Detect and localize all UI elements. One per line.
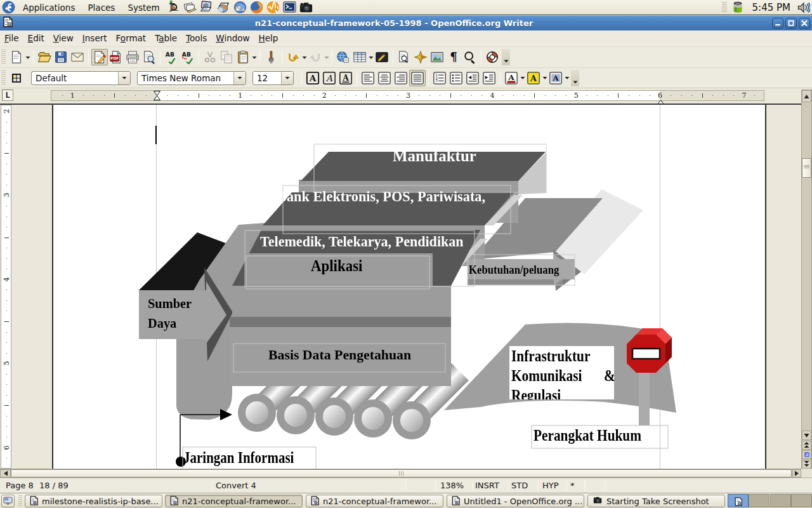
scroll-up-button[interactable] [802, 90, 811, 102]
menu-applications[interactable]: Applications [16, 3, 81, 13]
paste-dropdown[interactable] [251, 49, 257, 65]
navigation-button[interactable] [802, 450, 811, 459]
export-pdf-button[interactable]: PDF [108, 49, 124, 65]
audio-swirl-icon[interactable] [266, 1, 281, 15]
undo-button[interactable] [285, 49, 301, 65]
paragraph-style-combo-dropdown[interactable] [118, 72, 130, 84]
scroll-left-button[interactable] [0, 469, 11, 478]
bullets-button[interactable] [448, 70, 464, 86]
fedora-logo-icon[interactable] [1, 1, 16, 15]
horizontal-scroll-thumb[interactable] [11, 469, 792, 478]
help-button[interactable] [484, 49, 501, 65]
maximize-button[interactable] [785, 18, 797, 29]
email-button[interactable] [69, 49, 86, 65]
task-button-5[interactable]: Starting Take Screenshot [587, 495, 725, 507]
show-desktop-button[interactable] [1, 495, 15, 507]
background-color-button[interactable]: A [547, 70, 564, 86]
menu-window[interactable]: Window [211, 31, 254, 46]
menu-view[interactable]: View [49, 31, 78, 46]
menu-places[interactable]: Places [81, 3, 121, 13]
panel-drag-handle[interactable] [722, 2, 727, 13]
font-size-combo[interactable]: 12 [252, 71, 294, 85]
close-button[interactable] [799, 18, 810, 29]
paragraph-style-combo[interactable]: Default [31, 71, 131, 85]
underline-button[interactable]: A [337, 70, 354, 86]
font-size-combo-dropdown[interactable] [281, 72, 293, 84]
edit-file-button[interactable] [91, 49, 108, 65]
numbering-button[interactable]: 123 [431, 70, 448, 86]
increase-indent-button[interactable] [481, 70, 497, 86]
thunderbird-icon[interactable] [233, 1, 248, 15]
align-center-button[interactable] [376, 70, 393, 86]
task-button-1[interactable]: milestone-realistis-ip-base... [25, 495, 162, 507]
scroll-right-button[interactable] [792, 469, 801, 478]
background-color-dropdown[interactable] [564, 70, 570, 86]
highlighting-dropdown[interactable] [542, 70, 547, 86]
task-button-4[interactable]: Untitled1 - OpenOffice.org ... [447, 495, 584, 507]
workspace-3[interactable] [770, 494, 791, 507]
page-preview-button[interactable] [141, 49, 157, 65]
speaker-icon[interactable] [796, 1, 811, 15]
document-page[interactable]: Manufaktur Bank Elektronis, POS, Pariwis… [52, 105, 766, 469]
horizontal-scrollbar[interactable] [0, 469, 812, 478]
styles-window-button[interactable] [8, 70, 25, 86]
indent-marker-left[interactable] [154, 91, 160, 103]
workspace-1[interactable] [728, 494, 749, 507]
open-button[interactable] [36, 49, 53, 65]
navigator-button[interactable] [412, 49, 429, 65]
menu-help[interactable]: Help [254, 31, 283, 46]
table-button[interactable] [351, 49, 368, 65]
firefox-icon[interactable] [249, 1, 265, 15]
align-right-button[interactable] [393, 70, 409, 86]
status-insert-mode[interactable]: INSRT [475, 479, 499, 491]
print-button[interactable] [124, 49, 141, 65]
battery-icon[interactable] [730, 1, 745, 15]
minimize-button[interactable] [772, 18, 783, 29]
highlighting-button[interactable]: A [525, 70, 542, 86]
new-dropdown[interactable] [25, 49, 30, 65]
table-dropdown[interactable] [368, 49, 374, 65]
previous-page-button[interactable] [802, 441, 811, 450]
workspace-2[interactable] [749, 494, 769, 507]
gallery-button[interactable] [429, 49, 445, 65]
menu-edit[interactable]: Edit [23, 31, 49, 46]
pie-magnifier-icon[interactable] [216, 1, 232, 15]
align-left-button[interactable] [360, 70, 376, 86]
menu-tools[interactable]: Tools [181, 31, 211, 46]
horizontal-ruler[interactable]: 11234567 [51, 90, 764, 101]
status-template[interactable]: Convert 4 [216, 479, 256, 491]
draw-functions-button[interactable] [374, 49, 390, 65]
undo-dropdown[interactable] [301, 49, 307, 65]
tasklist-grip[interactable] [18, 495, 22, 507]
format-paintbrush-button[interactable] [263, 49, 279, 65]
terminal-icon[interactable] [282, 1, 298, 15]
menu-table[interactable]: Table [150, 31, 181, 46]
task-button-3[interactable]: n21-conceptual-framewor... [306, 495, 443, 507]
justified-button[interactable] [409, 70, 426, 86]
window-titlebar[interactable]: n21-conceptual-framework-05-1998 - OpenO… [0, 16, 812, 30]
zoom-button[interactable] [462, 49, 478, 65]
font-name-combo-dropdown[interactable] [233, 72, 246, 84]
font-name-combo[interactable]: Times New Roman [137, 71, 246, 85]
workspace-4[interactable] [791, 494, 812, 507]
status-hyperlink-mode[interactable]: HYP [542, 479, 559, 491]
toolbar-overflow-button[interactable] [502, 49, 510, 65]
tab-stop-selector[interactable]: L [2, 90, 13, 101]
menu-insert[interactable]: Insert [78, 31, 112, 46]
menu-system[interactable]: System [121, 3, 166, 13]
italic-button[interactable]: A [321, 70, 337, 86]
nonprinting-characters-button[interactable]: ¶ [445, 49, 462, 65]
menu-format[interactable]: Format [112, 31, 151, 46]
vertical-scroll-thumb[interactable] [802, 158, 811, 178]
font-color-button[interactable]: A [503, 70, 520, 86]
scroll-down-button[interactable] [802, 431, 811, 440]
toolbar-grip[interactable] [1, 70, 6, 86]
decrease-indent-button[interactable] [464, 70, 481, 86]
status-selection-mode[interactable]: STD [511, 479, 528, 491]
find-replace-button[interactable] [396, 49, 412, 65]
chart-screen-icon[interactable] [200, 1, 215, 15]
camera-icon[interactable] [299, 1, 314, 15]
next-page-button[interactable] [802, 460, 811, 469]
documents-pen-icon[interactable] [183, 1, 199, 15]
vertical-scrollbar[interactable] [801, 90, 812, 469]
